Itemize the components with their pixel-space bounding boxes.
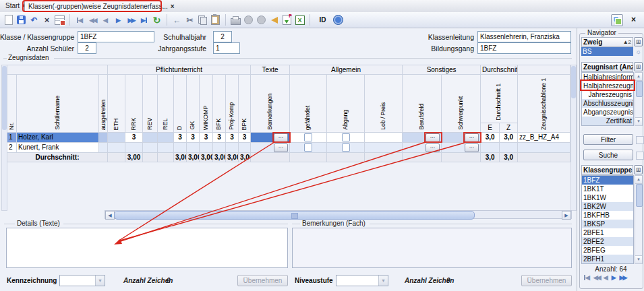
megaphone-icon[interactable] [268, 14, 280, 26]
cell-abgang[interactable] [327, 143, 365, 153]
cell-berufsfeld[interactable]: ... [403, 143, 442, 153]
save-icon[interactable] [16, 14, 27, 26]
next-record-icon[interactable]: ▶ [612, 274, 616, 281]
next-record-icon[interactable]: ▶ [113, 14, 124, 26]
new-icon[interactable] [3, 14, 14, 26]
cell-rel[interactable] [158, 133, 174, 143]
jahrgangsstufe-input[interactable]: 1 [213, 42, 240, 54]
cell-bfk[interactable]: 3 [213, 133, 226, 143]
cell-rrk[interactable]: 3 [125, 133, 143, 143]
fast-forward-icon[interactable]: ▶▶ [620, 274, 626, 281]
berufsfeld-ellipsis-button[interactable]: ... [426, 133, 440, 142]
suche-button[interactable]: Suche [583, 150, 633, 160]
cell-wikomp[interactable] [200, 143, 213, 153]
niveaustufe-select[interactable]: ▼ [336, 275, 388, 286]
cell-proj-komp[interactable] [226, 143, 239, 153]
tab-active-close-icon[interactable]: × [171, 3, 175, 10]
export-excel-icon[interactable]: X [294, 14, 305, 26]
abgang-checkbox[interactable] [342, 133, 350, 141]
anzahl-schueler-input[interactable]: 2 [78, 42, 96, 54]
cell-gk[interactable]: 3 [187, 133, 200, 143]
remarks-apply-button[interactable]: Übernehmen [521, 275, 572, 286]
zeugnisart-header[interactable]: Zeugnisart (Anz... [581, 62, 633, 72]
schulhalbjahr-input[interactable]: 2 [213, 31, 232, 42]
scroll-down-icon[interactable]: ▼ [635, 255, 642, 263]
bemerkungen-ellipsis-button[interactable]: ... [274, 143, 288, 152]
cell-eth[interactable] [108, 143, 125, 153]
preview2-icon[interactable] [256, 14, 267, 26]
zeugnisart-scrollbar-thumb[interactable] [636, 81, 643, 97]
go-back-icon[interactable]: ← [171, 14, 183, 26]
print-icon[interactable] [230, 14, 241, 26]
cut-icon[interactable]: ✂ [184, 14, 196, 26]
cell-name[interactable]: Holzer, Karl [17, 133, 99, 143]
list-item-abschlusszeugnis[interactable]: Abschlusszeugnis [582, 99, 633, 108]
list-item-halbjahresinform[interactable]: Halbjahresinform... [582, 73, 633, 82]
bildungsgang-input[interactable]: 1BFZ [477, 42, 571, 54]
list-item-jahreszeugnis[interactable]: Jahreszeugnis [582, 90, 633, 99]
preview-icon[interactable] [243, 14, 254, 26]
scroll-left-icon[interactable]: ◀ [105, 211, 115, 220]
list-item-1bk1w[interactable]: 1BK1W [582, 193, 633, 202]
cell-durchschnitt-e[interactable] [481, 143, 500, 153]
grid-left-scrollbar[interactable] [1, 65, 7, 211]
copy-icon[interactable] [197, 14, 208, 26]
grid-vertical-scrollbar-thumb[interactable] [571, 66, 576, 98]
tab-zeugnisdatenerfassung[interactable]: Klassen(-gruppen)weise Zeugnisdatenerfas… [24, 1, 162, 11]
switch-view-button[interactable] [611, 14, 623, 26]
cell-lob-preis[interactable] [365, 133, 403, 143]
cell-ausgetreten[interactable] [99, 143, 108, 153]
gefaehrdet-checkbox[interactable] [304, 143, 312, 152]
previous-record-icon[interactable]: ◀ [100, 14, 111, 26]
cell-d[interactable] [174, 143, 187, 153]
zweig-header[interactable]: Zweig▲2 [581, 37, 633, 47]
fast-forward-icon[interactable]: ▶▶ [125, 14, 137, 26]
cell-abgang[interactable] [327, 133, 365, 143]
table-row-kunert[interactable]: 2 Kunert, Frank ... ... ... [7, 143, 570, 153]
abgang-checkbox[interactable] [342, 143, 350, 152]
cell-wikomp[interactable]: 3 [200, 133, 213, 143]
cell-nr[interactable]: 1 [7, 133, 17, 143]
cell-ausgetreten[interactable] [99, 133, 108, 143]
scroll-up-icon[interactable]: ▲ [635, 73, 642, 81]
list-item-halbjahreszeugnis[interactable]: Halbjahreszeugnis [582, 82, 633, 90]
cell-rrk[interactable] [125, 143, 143, 153]
klassengruppe-scrollbar[interactable]: ▲ ▼ [635, 175, 643, 264]
last-record-icon[interactable]: ▶ [138, 14, 150, 26]
cell-rev[interactable] [143, 143, 158, 153]
first-record-icon[interactable]: ◀ [74, 14, 86, 26]
scroll-up-icon[interactable]: ▲ [635, 176, 642, 184]
berufsfeld-ellipsis-button[interactable]: ... [426, 143, 440, 152]
cell-bemerkungen[interactable]: ... [251, 143, 290, 153]
export-pdf-icon[interactable] [281, 14, 293, 26]
schwerpunkt-ellipsis-button[interactable]: ... [465, 143, 479, 152]
klassenleitung-input[interactable]: Klassenlehrerin, Franziska [477, 31, 571, 42]
details-textarea[interactable] [6, 228, 288, 268]
list-item-2bfe1[interactable]: 2BFE1 [582, 228, 633, 237]
scroll-right-icon[interactable]: ▶ [562, 211, 571, 220]
bemerkungen-ellipsis-button[interactable]: ... [274, 133, 288, 142]
cell-name[interactable]: Kunert, Frank [17, 143, 99, 153]
chevron-down-icon[interactable]: ▼ [378, 276, 388, 286]
cell-proj-komp[interactable]: 3 [226, 133, 239, 143]
help-globe-icon[interactable] [332, 14, 344, 26]
cell-bemerkungen[interactable]: ... [251, 133, 290, 143]
klassengruppe-scrollbar-thumb[interactable] [636, 184, 643, 207]
cell-gk[interactable] [187, 143, 200, 153]
list-item-1bk1t[interactable]: 1BK1T [582, 185, 633, 193]
cell-d[interactable]: 3 [174, 133, 187, 143]
grid-vertical-scrollbar[interactable] [570, 65, 577, 211]
cell-zeugnisschablone[interactable]: zz_B_HZ_A4 [518, 133, 570, 143]
cell-bpk[interactable]: 3 [239, 133, 251, 143]
cell-rev[interactable] [143, 133, 158, 143]
refresh-icon[interactable]: ↻ [151, 14, 163, 26]
fast-backward-icon[interactable]: ◀◀ [593, 274, 600, 281]
form-settings-icon[interactable] [54, 14, 65, 26]
grid-left-scrollbar-thumb[interactable] [2, 66, 7, 130]
cell-durchschnitt-z[interactable] [500, 143, 518, 153]
list-item-zertifikat[interactable]: Zertifikat [582, 117, 633, 125]
table-row-holzer[interactable]: 1 Holzer, Karl 3 3 3 3 3 3 3 ... ... ...… [7, 133, 570, 143]
cell-rel[interactable] [158, 143, 174, 153]
list-item-1bk2w[interactable]: 1BK2W [582, 202, 633, 211]
gear-icon[interactable]: ☼ [635, 48, 641, 55]
